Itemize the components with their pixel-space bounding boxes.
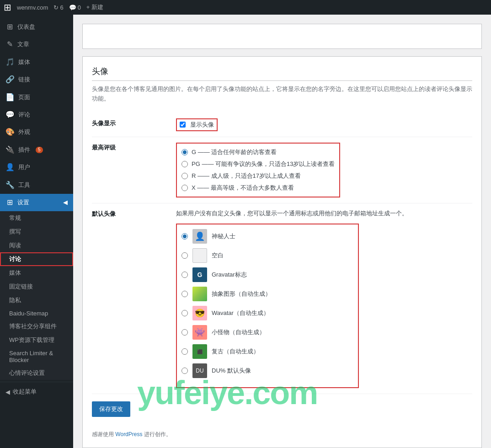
comments-item[interactable]: 💬 0 — [69, 4, 81, 11]
submenu-item-general[interactable]: 常规 — [0, 211, 73, 225]
rating-r[interactable]: R —— 成人级，只适合17岁以上成人查看 — [181, 172, 335, 180]
submenu-item-writing[interactable]: 撰写 — [0, 225, 73, 239]
sidebar-label-dashboard: 仪表盘 — [17, 23, 35, 31]
avatar-wavatar-option[interactable]: 😎 Wavatar（自动生成） — [181, 306, 353, 320]
sidebar-item-comments[interactable]: 💬 评论 — [0, 106, 73, 123]
collapse-label: 收起菜单 — [13, 388, 37, 396]
site-name[interactable]: wenmv.com — [17, 4, 48, 11]
sidebar-item-links[interactable]: 🔗 链接 — [0, 71, 73, 88]
rating-pg[interactable]: PG —— 可能有争议的头像，只适合13岁以上读者查看 — [181, 160, 335, 168]
settings-submenu: 常规 撰写 阅读 讨论 媒体 固定链接 隐私 Baidu-Sitemap 博客社… — [0, 211, 73, 380]
sidebar-label-posts: 文章 — [17, 40, 29, 48]
rating-g-label: G —— 适合任何年龄的访客查看 — [192, 148, 277, 156]
rating-r-radio[interactable] — [181, 173, 188, 179]
sidebar-item-dashboard[interactable]: ⊞ 仪表盘 — [0, 18, 73, 36]
avatar-retro-option[interactable]: ⬛ 复古（自动生成） — [181, 344, 353, 359]
rating-x-radio[interactable] — [181, 185, 188, 191]
sidebar-label-media: 媒体 — [18, 58, 30, 66]
footer: 感谢使用 WordPress 进行创作。 — [92, 426, 472, 438]
avatar-mystery-option[interactable]: 👤 神秘人士 — [181, 229, 353, 244]
rating-r-label: R —— 成人级，只适合17岁以上成人查看 — [192, 172, 301, 180]
avatar-wavatar-radio[interactable] — [181, 310, 188, 316]
submenu-item-social[interactable]: 博客社交分享组件 — [0, 320, 73, 333]
topbar: ⊞ wenmv.com ↻ 6 💬 0 + 新建 — [0, 0, 491, 15]
section-desc-avatar: 头像是您在各个博客见通用的图片。在每个启用了头像功能的站点上，它将显示在您的名字… — [92, 85, 472, 104]
avatar-abstract-label: 抽象图形（自动生成） — [212, 290, 271, 298]
plugins-badge: 5 — [36, 147, 43, 153]
submenu-item-reading[interactable]: 阅读 — [0, 239, 73, 252]
submenu-item-privacy[interactable]: 隐私 — [0, 293, 73, 307]
cell-avatar-display: 显示头像 — [174, 113, 472, 137]
sidebar-item-users[interactable]: 👤 用户 — [0, 159, 73, 176]
save-button[interactable]: 保存更改 — [92, 401, 130, 417]
label-max-rating: 最高评级 — [92, 137, 174, 203]
tools-icon: 🔧 — [5, 180, 15, 190]
row-default-avatar: 默认头像 如果用户没有自定义头像，您可以显示一个通用标志或用他们的电子邮箱地址生… — [92, 203, 472, 394]
avatar-gravatar-label: Gravatar标志 — [212, 271, 247, 279]
submenu-item-discussion[interactable]: 讨论 — [0, 252, 73, 266]
submenu-item-searchlimiter[interactable]: Search Limiter & Blocker — [0, 347, 73, 366]
rating-g-radio[interactable] — [181, 149, 188, 155]
avatar-blank-option[interactable]: 空白 — [181, 248, 353, 263]
show-avatar-label[interactable]: 显示头像 — [180, 121, 214, 129]
rating-x[interactable]: X —— 最高等级，不适合大多数人查看 — [181, 184, 335, 192]
rating-g[interactable]: G —— 适合任何年龄的访客查看 — [181, 148, 335, 156]
avatar-wavatar-img: 😎 — [192, 306, 207, 320]
avatar-gravatar-radio[interactable] — [181, 272, 188, 278]
rating-radio-group: G —— 适合任何年龄的访客查看 PG —— 可能有争议的头像，只适合13岁以上… — [181, 148, 335, 192]
sidebar-label-settings: 设置 — [17, 198, 29, 207]
show-avatar-text: 显示头像 — [190, 121, 214, 129]
sidebar-label-appearance: 外观 — [18, 128, 30, 136]
avatar-blank-radio[interactable] — [181, 252, 188, 259]
avatar-monster-option[interactable]: 👾 小怪物（自动生成） — [181, 325, 353, 340]
sidebar-item-tools[interactable]: 🔧 工具 — [0, 176, 73, 194]
sidebar-label-tools: 工具 — [18, 181, 30, 189]
avatar-mystery-radio[interactable] — [181, 233, 188, 240]
avatar-gravatar-img: G — [192, 267, 207, 282]
posts-icon: ✎ — [5, 39, 14, 49]
settings-collapse-icon: ◀ — [63, 198, 68, 207]
sidebar: ⊞ 仪表盘 ✎ 文章 🎵 媒体 🔗 链接 📄 页面 💬 评论 🎨 外观 🔌 — [0, 15, 73, 448]
sidebar-item-posts[interactable]: ✎ 文章 — [0, 36, 73, 53]
avatar-wavatar-label: Wavatar（自动生成） — [212, 309, 269, 317]
plugins-icon: 🔌 — [5, 145, 15, 155]
avatar-dum-radio[interactable] — [181, 368, 188, 374]
sidebar-collapse-area: ◀ 收起菜单 — [0, 384, 73, 400]
rating-pg-label: PG —— 可能有争议的头像，只适合13岁以上读者查看 — [192, 160, 335, 168]
footer-link[interactable]: WordPress — [115, 431, 142, 437]
avatar-blank-img — [192, 248, 207, 263]
rating-pg-radio[interactable] — [181, 161, 188, 167]
comments-icon: 💬 — [69, 4, 76, 11]
avatar-options-box: 👤 神秘人士 空白 — [176, 224, 359, 388]
cell-max-rating: G —— 适合任何年龄的访客查看 PG —— 可能有争议的头像，只适合13岁以上… — [174, 137, 472, 203]
sidebar-item-media[interactable]: 🎵 媒体 — [0, 53, 73, 71]
avatar-dum-option[interactable]: DU DU% 默认头像 — [181, 363, 353, 378]
top-textarea-box — [82, 24, 482, 49]
collapse-menu-button[interactable]: ◀ 收起菜单 — [5, 388, 68, 396]
avatar-mystery-img: 👤 — [192, 229, 207, 244]
show-avatar-checkbox[interactable] — [180, 122, 186, 128]
new-post-button[interactable]: + 新建 — [86, 3, 103, 11]
avatar-retro-radio[interactable] — [181, 348, 188, 355]
links-icon: 🔗 — [5, 75, 15, 85]
sidebar-label-comments: 评论 — [18, 111, 30, 119]
sidebar-label-users: 用户 — [18, 163, 30, 171]
media-icon: 🎵 — [5, 57, 15, 67]
submenu-item-mood[interactable]: 心情评论设置 — [0, 366, 73, 380]
avatar-abstract-radio[interactable] — [181, 291, 188, 297]
sidebar-item-appearance[interactable]: 🎨 外观 — [0, 123, 73, 141]
sidebar-item-settings[interactable]: ⊞ 设置 ◀ — [0, 194, 73, 211]
avatar-abstract-img — [192, 287, 207, 301]
submenu-item-media[interactable]: 媒体 — [0, 266, 73, 280]
submenu-item-permalinks[interactable]: 固定链接 — [0, 280, 73, 293]
sidebar-item-plugins[interactable]: 🔌 插件 5 — [0, 141, 73, 159]
avatar-blank-label: 空白 — [212, 251, 224, 260]
avatar-monster-radio[interactable] — [181, 329, 188, 336]
updates-item[interactable]: ↻ 6 — [53, 4, 63, 11]
settings-icon: ⊞ — [5, 197, 14, 208]
avatar-gravatar-option[interactable]: G Gravatar标志 — [181, 267, 353, 282]
sidebar-item-pages[interactable]: 📄 页面 — [0, 89, 73, 106]
submenu-item-wpresource[interactable]: WP资源下载管理 — [0, 333, 73, 347]
avatar-abstract-option[interactable]: 抽象图形（自动生成） — [181, 287, 353, 301]
submenu-item-baidu[interactable]: Baidu-Sitemap — [0, 307, 73, 320]
